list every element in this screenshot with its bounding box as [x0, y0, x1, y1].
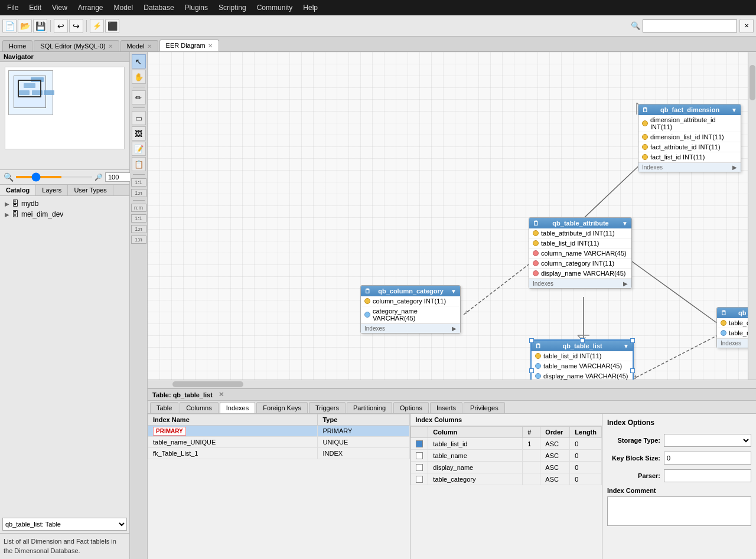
resize-handle-tr[interactable] [630, 338, 635, 343]
col-row-table-category[interactable]: table_category ASC 0 [411, 473, 602, 485]
tab-eer-diagram[interactable]: EER Diagram ✕ [159, 40, 219, 51]
bottom-tab-partitioning[interactable]: Partitioning [347, 402, 392, 413]
table-dropdown-icon[interactable]: ▼ [731, 107, 737, 113]
key-block-size-input[interactable]: 0 [664, 452, 751, 465]
table-qb-table-attribute[interactable]: 🗒 qb_table_attribute ▼ table_attribute_i… [529, 217, 632, 289]
dropdown-icon-2[interactable]: ▼ [622, 220, 628, 227]
resize-handle-mr[interactable] [630, 368, 635, 373]
indexes-expand-icon[interactable]: ▶ [732, 164, 737, 171]
index-row-unique[interactable]: table_name_UNIQUE UNIQUE [148, 437, 410, 448]
col-row-display-name[interactable]: display_name ASC 0 [411, 462, 602, 473]
h-scrollbar[interactable] [148, 380, 756, 388]
col-row-table-list-id[interactable]: table_list_id 1 ASC 0 [411, 438, 602, 450]
sidebar-tab-layers[interactable]: Layers [36, 185, 68, 195]
table-qb-table-list[interactable]: 🗒 qb_table_list ▼ table_list_id INT(11) … [530, 339, 634, 380]
table-qb-table-attribute-header[interactable]: 🗒 qb_table_attribute ▼ [529, 218, 631, 228]
menu-community[interactable]: Community [252, 2, 298, 13]
layer-tool[interactable]: 📋 [132, 157, 146, 171]
search-input[interactable] [643, 19, 737, 32]
storage-type-select[interactable] [664, 434, 751, 447]
sidebar-tab-user-types[interactable]: User Types [68, 185, 113, 195]
zoom-slider[interactable] [16, 176, 92, 178]
col-checkbox-1[interactable] [416, 440, 423, 447]
index-type-fk: INDEX [318, 448, 410, 459]
bottom-title-close[interactable]: ✕ [219, 391, 224, 398]
tab-eer-diagram-close[interactable]: ✕ [208, 43, 213, 49]
menu-arrange[interactable]: Arrange [73, 2, 108, 13]
tab-sql-editor[interactable]: SQL Editor (MySQL-0) ✕ [34, 40, 119, 51]
table-indexes-bar-2[interactable]: Indexes ▶ [529, 279, 631, 288]
table-qb-fact-dimension[interactable]: 🗒 qb_fact_dimension ▼ dimension_attribut… [638, 104, 741, 172]
col-checkbox-4[interactable] [416, 476, 423, 483]
tree-item-mei-dim-dev-label: mei_dim_dev [21, 210, 63, 218]
bottom-tab-privileges[interactable]: Privileges [464, 402, 505, 413]
table-select[interactable]: qb_table_list: Table [2, 518, 127, 531]
tab-home[interactable]: Home [2, 40, 32, 51]
table-qb-column-category[interactable]: 🗒 qb_column_category ▼ column_category I… [360, 285, 461, 334]
dropdown-icon-3[interactable]: ▼ [451, 288, 457, 295]
table-qb-table-category[interactable]: 🗒 qb_table_category ▼ table_category INT… [716, 307, 748, 348]
bottom-tab-columns[interactable]: Columns [180, 402, 218, 413]
resize-handle-tl[interactable] [529, 338, 534, 343]
new-button[interactable]: 📄 [2, 19, 17, 33]
col-checkbox-3[interactable] [416, 464, 423, 471]
table-indexes-bar-5[interactable]: Indexes ▶ [717, 338, 748, 348]
hand-tool[interactable]: ✋ [132, 70, 146, 84]
sidebar-tab-catalog[interactable]: Catalog [0, 185, 36, 195]
undo-button[interactable]: ↩ [54, 19, 68, 33]
menu-edit[interactable]: Edit [24, 2, 46, 13]
stop-button[interactable]: ⬛ [105, 19, 119, 33]
menu-plugins[interactable]: Plugins [180, 2, 213, 13]
save-button[interactable]: 💾 [33, 19, 47, 33]
tab-model[interactable]: Model ✕ [120, 40, 158, 51]
note-tool[interactable]: 📝 [132, 142, 146, 156]
redo-button[interactable]: ↪ [69, 19, 83, 33]
menu-model[interactable]: Model [109, 2, 138, 13]
table-qb-fact-dimension-header[interactable]: 🗒 qb_fact_dimension ▼ [638, 104, 741, 115]
tree-item-mydb[interactable]: ▶ 🗄 mydb [2, 198, 127, 209]
tree-item-mei-dim-dev[interactable]: ▶ 🗄 mei_dim_dev [2, 209, 127, 220]
index-row-fk[interactable]: fk_Table_List_1 INDEX [148, 448, 410, 459]
menu-file[interactable]: File [2, 2, 23, 13]
table-indexes-bar-3[interactable]: Indexes ▶ [361, 323, 460, 333]
zoom-out-icon[interactable]: 🔍 [4, 172, 14, 182]
indexes-expand-icon-2[interactable]: ▶ [623, 280, 628, 287]
table-qb-column-category-header[interactable]: 🗒 qb_column_category ▼ [361, 286, 460, 296]
col-checkbox-2[interactable] [416, 452, 423, 459]
table-qb-table-category-header[interactable]: 🗒 qb_table_category ▼ [717, 308, 748, 318]
bottom-tab-inserts[interactable]: Inserts [430, 402, 462, 413]
bottom-tab-table[interactable]: Table [150, 402, 178, 413]
eer-canvas[interactable]: + + 🗒 qb_fact_dimension ▼ [148, 52, 748, 380]
menu-view[interactable]: View [47, 2, 72, 13]
col-row-table-name[interactable]: table_name ASC 0 [411, 450, 602, 462]
menu-database[interactable]: Database [139, 2, 178, 13]
resize-handle-ml[interactable] [529, 368, 534, 373]
bottom-tab-foreign-keys[interactable]: Foreign Keys [256, 402, 308, 413]
indexes-expand-icon-3[interactable]: ▶ [452, 325, 457, 332]
bottom-tab-options[interactable]: Options [393, 402, 429, 413]
image-tool[interactable]: 🖼 [132, 126, 146, 140]
select-tool[interactable]: ↖ [132, 54, 146, 68]
index-comment-textarea[interactable] [607, 496, 751, 526]
bottom-tab-triggers[interactable]: Triggers [309, 402, 346, 413]
h-scroll-thumb[interactable] [172, 381, 243, 387]
index-row-primary[interactable]: PRIMARY PRIMARY [148, 426, 410, 437]
dropdown-icon-4[interactable]: ▼ [623, 343, 629, 349]
rectangle-tool[interactable]: ▭ [132, 111, 146, 125]
parser-input[interactable] [664, 469, 751, 482]
menu-scripting[interactable]: Scripting [214, 2, 251, 13]
menu-help[interactable]: Help [298, 2, 322, 13]
tab-sql-editor-close[interactable]: ✕ [108, 43, 113, 50]
navigator-canvas[interactable] [5, 67, 125, 149]
search-clear-button[interactable]: ✕ [739, 19, 754, 33]
resize-handle-tc[interactable] [580, 338, 585, 343]
table-indexes-bar[interactable]: Indexes ▶ [638, 162, 741, 172]
eraser-tool[interactable]: ✏ [132, 90, 146, 104]
v-scroll-thumb[interactable] [750, 65, 755, 100]
tab-model-close[interactable]: ✕ [147, 43, 152, 50]
zoom-in-icon[interactable]: 🔎 [94, 174, 103, 181]
execute-button[interactable]: ⚡ [90, 19, 104, 33]
bottom-tab-indexes[interactable]: Indexes [220, 402, 256, 413]
open-button[interactable]: 📂 [18, 19, 32, 33]
v-scrollbar[interactable] [748, 52, 756, 380]
